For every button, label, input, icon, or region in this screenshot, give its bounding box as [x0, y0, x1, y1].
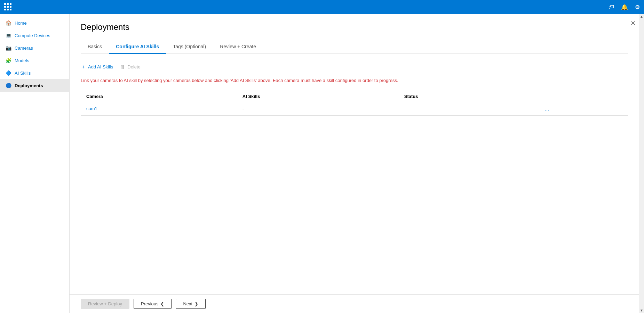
camera-link[interactable]: cam1 — [86, 106, 97, 111]
next-button[interactable]: Next ❯ — [176, 299, 206, 309]
table-row: cam1 - ... — [81, 102, 628, 115]
toolbar: ＋ Add AI Skills 🗑 Delete — [81, 62, 628, 72]
page-title: Deployments — [81, 22, 628, 32]
cameras-icon: 📷 — [6, 45, 11, 51]
sidebar-item-cameras[interactable]: 📷 Cameras — [0, 42, 69, 54]
sidebar-item-deployments[interactable]: 🔵 Deployments — [0, 79, 69, 92]
delete-button[interactable]: 🗑 Delete — [120, 63, 141, 71]
compute-devices-icon: 💻 — [6, 33, 11, 38]
home-icon: 🏠 — [6, 20, 11, 26]
models-icon: 🧩 — [6, 58, 11, 63]
content-area: ▲ ▼ ✕ Deployments Basics Configure AI Sk… — [70, 14, 644, 313]
sidebar-item-compute-devices[interactable]: 💻 Compute Devices — [0, 29, 69, 42]
ai-skills-icon: 🔷 — [6, 70, 11, 76]
footer: Review + Deploy Previous ❮ Next ❯ — [70, 294, 644, 313]
col-actions — [539, 91, 628, 102]
scroll-up-arrow[interactable]: ▲ — [640, 15, 643, 18]
sidebar-label-compute: Compute Devices — [15, 33, 50, 38]
close-button[interactable]: ✕ — [630, 19, 636, 27]
sidebar-label-cameras: Cameras — [15, 46, 33, 51]
sidebar-item-home[interactable]: 🏠 Home — [0, 17, 69, 29]
status-cell — [399, 102, 539, 115]
tab-review-create[interactable]: Review + Create — [213, 40, 263, 54]
scrollbar[interactable]: ▲ ▼ — [639, 14, 644, 313]
col-status: Status — [399, 91, 539, 102]
previous-button[interactable]: Previous ❮ — [134, 299, 172, 309]
ai-skills-cell: - — [237, 102, 399, 115]
tabs-container: Basics Configure AI Skills Tags (Optiona… — [81, 40, 628, 54]
settings-icon[interactable]: ⚙ — [635, 4, 640, 10]
camera-table: Camera AI Skills Status cam1 - — [81, 91, 628, 116]
tab-configure-ai-skills[interactable]: Configure AI Skills — [109, 40, 166, 54]
sidebar: 🏠 Home 💻 Compute Devices 📷 Cameras 🧩 Mod… — [0, 14, 70, 313]
content-inner: ✕ Deployments Basics Configure AI Skills… — [70, 14, 639, 294]
feedback-icon[interactable]: 🏷 — [609, 4, 614, 10]
review-deploy-button[interactable]: Review + Deploy — [81, 299, 129, 309]
top-bar: 🏷 🔔 ⚙ — [0, 0, 644, 14]
scroll-down-arrow[interactable]: ▼ — [640, 308, 643, 312]
sidebar-label-home: Home — [15, 20, 27, 26]
deployments-icon: 🔵 — [6, 83, 11, 88]
add-ai-skills-button[interactable]: ＋ Add AI Skills — [81, 62, 113, 72]
sidebar-label-ai-skills: AI Skills — [15, 71, 31, 76]
delete-icon: 🗑 — [120, 64, 125, 70]
col-camera: Camera — [81, 91, 237, 102]
tab-basics[interactable]: Basics — [81, 40, 109, 54]
bell-icon[interactable]: 🔔 — [621, 4, 628, 10]
camera-cell: cam1 — [81, 102, 237, 115]
col-ai-skills: AI Skills — [237, 91, 399, 102]
row-menu-button[interactable]: ... — [545, 106, 549, 112]
sidebar-label-models: Models — [15, 58, 29, 63]
next-chevron-icon: ❯ — [194, 301, 198, 306]
previous-chevron-icon: ❮ — [160, 301, 164, 306]
sidebar-item-models[interactable]: 🧩 Models — [0, 54, 69, 67]
tab-tags-optional[interactable]: Tags (Optional) — [166, 40, 213, 54]
add-icon: ＋ — [81, 64, 86, 70]
menu-cell: ... — [539, 102, 628, 115]
apps-icon[interactable] — [4, 3, 12, 11]
sidebar-label-deployments: Deployments — [15, 83, 43, 88]
sidebar-item-ai-skills[interactable]: 🔷 AI Skills — [0, 67, 69, 79]
info-text: Link your cameras to AI skill by selecti… — [81, 77, 628, 84]
main-layout: 🏠 Home 💻 Compute Devices 📷 Cameras 🧩 Mod… — [0, 14, 644, 313]
